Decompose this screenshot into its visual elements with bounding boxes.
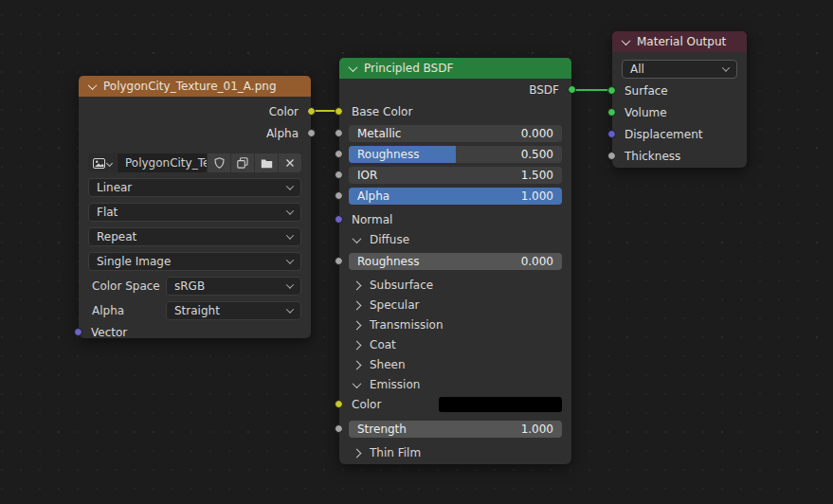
output-row-bsdf: BSDF	[339, 79, 571, 100]
material-output-node[interactable]: Material Output All Surface Volume Displ…	[612, 31, 747, 168]
emission-color-row: Color	[339, 394, 571, 415]
panel-emission[interactable]: Emission	[339, 375, 571, 394]
alpha-slider[interactable]: Alpha 1.000	[349, 188, 562, 205]
collapse-chevron-icon[interactable]	[622, 36, 631, 45]
panel-thin-film[interactable]: Thin Film	[339, 443, 571, 462]
fake-user-button[interactable]	[208, 153, 230, 172]
slider-label: Strength	[357, 423, 407, 436]
panel-coat[interactable]: Coat	[339, 335, 571, 354]
socket-color-output[interactable]	[307, 107, 316, 116]
input-row-thickness: Thickness	[612, 145, 747, 167]
panel-transmission[interactable]: Transmission	[339, 315, 571, 334]
socket-ior-input[interactable]	[335, 171, 343, 179]
principled-bsdf-node-header[interactable]: Principled BSDF	[339, 58, 571, 79]
panel-label: Sheen	[370, 358, 406, 371]
panel-label: Transmission	[370, 318, 444, 332]
socket-alpha-output[interactable]	[307, 129, 316, 137]
input-row-surface: Surface	[612, 80, 747, 101]
chevron-right-icon	[353, 340, 362, 350]
input-label: Normal	[339, 213, 405, 226]
emission-color-swatch[interactable]	[439, 397, 562, 412]
socket-emission-strength-input[interactable]	[335, 424, 343, 433]
slider-label: Roughness	[357, 255, 419, 268]
panel-label: Diffuse	[370, 233, 409, 246]
alpha-mode-dropdown[interactable]: Straight	[166, 301, 301, 320]
interpolation-dropdown[interactable]: Linear	[88, 178, 301, 197]
chevron-right-icon	[353, 360, 362, 369]
diffuse-roughness-slider[interactable]: Roughness 0.000	[349, 253, 562, 270]
chevron-right-icon	[353, 300, 362, 310]
alpha-row: Alpha 1.000	[339, 188, 571, 205]
duplicate-button[interactable]	[231, 153, 254, 172]
shield-icon	[214, 157, 225, 169]
socket-metallic-input[interactable]	[335, 129, 343, 137]
slider-value: 1.000	[521, 423, 553, 436]
slider-value: 0.000	[521, 127, 553, 140]
open-image-button[interactable]	[255, 153, 278, 172]
node-editor-canvas[interactable]: PolygonCity_Texture_01_A.png Color Alpha…	[0, 0, 833, 504]
input-label: Vector	[79, 326, 139, 339]
socket-vector-input[interactable]	[74, 328, 82, 336]
image-name-field[interactable]: PolygonCity_Te...	[118, 153, 207, 172]
output-row-alpha: Alpha	[79, 122, 311, 144]
image-browse-button[interactable]	[88, 153, 117, 172]
node-title: Material Output	[637, 35, 726, 48]
socket-diffuse-roughness-input[interactable]	[335, 257, 343, 265]
ior-slider[interactable]: IOR 1.500	[349, 167, 562, 184]
socket-base-color-input[interactable]	[335, 107, 343, 116]
projection-dropdown[interactable]: Flat	[88, 203, 301, 222]
socket-thickness-input[interactable]	[607, 152, 616, 160]
panel-diffuse[interactable]: Diffuse	[339, 230, 571, 249]
projection-value: Flat	[97, 206, 118, 219]
roughness-slider[interactable]: Roughness 0.500	[349, 146, 562, 163]
socket-surface-input[interactable]	[607, 86, 616, 95]
socket-bsdf-output[interactable]	[568, 85, 576, 94]
collapse-chevron-icon[interactable]	[349, 63, 358, 72]
alpha-mode-label: Alpha	[88, 304, 166, 317]
node-title: PolygonCity_Texture_01_A.png	[103, 80, 277, 93]
chevron-down-icon	[353, 234, 362, 243]
image-datablock-selector: PolygonCity_Te...	[88, 153, 301, 172]
panel-specular[interactable]: Specular	[339, 296, 571, 315]
slider-label: Alpha	[357, 189, 389, 203]
material-output-node-header[interactable]: Material Output	[612, 31, 747, 52]
chevron-down-icon	[286, 280, 294, 288]
target-dropdown[interactable]: All	[622, 60, 737, 79]
panel-subsurface[interactable]: Subsurface	[339, 276, 571, 295]
slider-label: Metallic	[357, 127, 401, 140]
chevron-right-icon	[353, 448, 362, 458]
socket-roughness-input[interactable]	[335, 150, 343, 158]
chevron-down-icon	[286, 305, 294, 313]
source-dropdown[interactable]: Single Image	[88, 252, 301, 271]
socket-emission-color-input[interactable]	[335, 400, 343, 408]
image-texture-node[interactable]: PolygonCity_Texture_01_A.png Color Alpha…	[79, 76, 311, 338]
roughness-row: Roughness 0.500	[339, 146, 571, 163]
chevron-down-icon	[722, 63, 730, 71]
panel-label: Thin Film	[370, 446, 421, 459]
target-value: All	[630, 63, 644, 76]
output-label: Color	[257, 105, 311, 118]
input-label: Base Color	[339, 105, 425, 118]
metallic-slider[interactable]: Metallic 0.000	[349, 125, 562, 142]
panel-label: Coat	[370, 338, 396, 351]
node-title: Principled BSDF	[364, 62, 453, 75]
extension-dropdown[interactable]: Repeat	[88, 227, 301, 246]
chevron-right-icon	[353, 320, 362, 330]
panel-sheen[interactable]: Sheen	[339, 355, 571, 374]
panel-label: Subsurface	[370, 279, 433, 292]
emission-strength-slider[interactable]: Strength 1.000	[349, 421, 562, 438]
socket-displacement-input[interactable]	[607, 130, 616, 138]
socket-alpha-input[interactable]	[335, 191, 343, 200]
socket-normal-input[interactable]	[335, 215, 343, 224]
socket-volume-input[interactable]	[607, 108, 616, 117]
unlink-button[interactable]	[279, 153, 301, 172]
chevron-down-icon	[286, 207, 294, 214]
output-row-color: Color	[79, 100, 311, 122]
diffuse-roughness-row: Roughness 0.000	[339, 253, 571, 270]
chevron-down-icon	[286, 256, 294, 263]
color-space-dropdown[interactable]: sRGB	[166, 277, 301, 296]
slider-label: IOR	[357, 169, 377, 182]
principled-bsdf-node[interactable]: Principled BSDF BSDF Base Color Metallic…	[339, 58, 571, 464]
image-texture-node-header[interactable]: PolygonCity_Texture_01_A.png	[79, 76, 311, 97]
collapse-chevron-icon[interactable]	[88, 81, 98, 90]
